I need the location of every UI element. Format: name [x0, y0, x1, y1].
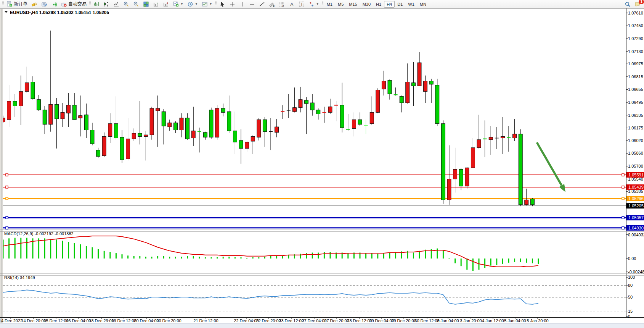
svg-text:4 Jan 12:00: 4 Jan 12:00	[482, 318, 504, 323]
indicator-list-icon	[202, 1, 208, 7]
svg-text:29 Dec 04:00: 29 Dec 04:00	[369, 318, 394, 323]
line-handle[interactable]	[622, 197, 624, 200]
svg-text:18 Dec 23:00: 18 Dec 23:00	[89, 318, 114, 323]
order-group: 新订单 自动交易	[2, 0, 88, 8]
svg-text:21 Dec 12:00: 21 Dec 12:00	[193, 318, 218, 323]
line-handle[interactable]	[622, 174, 624, 176]
svg-text:1.05591: 1.05591	[628, 173, 644, 177]
shapes-button[interactable]: ▼	[307, 0, 321, 8]
vline-button[interactable]	[237, 0, 247, 8]
chart-window[interactable]: 1.076101.074501.072901.071301.069751.068…	[0, 8, 644, 323]
line-handle[interactable]	[622, 186, 624, 188]
candles-chart-button[interactable]	[101, 0, 111, 8]
tile-windows-button[interactable]	[141, 0, 151, 8]
vline-icon	[239, 1, 245, 7]
trendline-icon	[259, 1, 265, 7]
svg-text:5 Jan 20:00: 5 Jan 20:00	[527, 318, 549, 323]
svg-text:1.06975: 1.06975	[628, 61, 643, 66]
svg-text:1.06020: 1.06020	[628, 138, 643, 143]
svg-text:22 Dec 20:00: 22 Dec 20:00	[256, 318, 281, 323]
svg-text:14 Dec 2022: 14 Dec 2022	[0, 318, 22, 323]
svg-text:0.004032: 0.004032	[628, 233, 644, 237]
eraser-button[interactable]	[29, 0, 39, 8]
svg-text:1.04930: 1.04930	[628, 226, 644, 230]
timeframe-clock-button[interactable]: ▼	[185, 0, 200, 8]
svg-text:30 Dec 12:00: 30 Dec 12:00	[414, 318, 439, 323]
tf-h1-button[interactable]: H1	[373, 1, 384, 8]
svg-text:F: F	[283, 5, 284, 7]
tf-m5-button[interactable]: M5	[335, 1, 346, 8]
cursor-button[interactable]	[217, 0, 227, 8]
trendline-button[interactable]	[257, 0, 267, 8]
hline-button[interactable]	[247, 0, 257, 8]
search-button[interactable]	[623, 0, 633, 8]
compose-button[interactable]	[39, 0, 49, 8]
line-handle[interactable]	[6, 227, 8, 229]
signal-icon	[51, 1, 57, 7]
line-chart-button[interactable]	[111, 0, 121, 8]
bars-chart-icon	[93, 1, 100, 7]
signal-button[interactable]	[49, 0, 59, 8]
line-handle[interactable]	[622, 217, 624, 219]
tf-m30-button[interactable]: M30	[360, 1, 373, 8]
channel-button[interactable]: E	[267, 0, 277, 8]
fibonacci-button[interactable]: F	[277, 0, 287, 8]
tf-mn-button[interactable]: MN	[417, 1, 429, 8]
tf-w1-button[interactable]: W1	[405, 1, 417, 8]
fibonacci-icon: F	[279, 1, 285, 7]
candles-chart-icon	[103, 1, 109, 7]
svg-text:1.07610: 1.07610	[628, 11, 643, 15]
svg-text:1.05296: 1.05296	[628, 196, 644, 201]
toolbar-grip	[322, 1, 323, 7]
tf-d1-button[interactable]: D1	[395, 1, 405, 8]
zoom-in-button[interactable]	[121, 0, 131, 8]
line-handle[interactable]	[6, 197, 8, 200]
price-label-1.05296: 1.05296	[626, 196, 644, 201]
text-icon: A	[289, 1, 295, 7]
tf-m1-button[interactable]: M1	[324, 1, 335, 8]
svg-text:EURUSD-,H4 1.05298 1.05302 1.: EURUSD-,H4 1.05298 1.05302 1.05151 1.052…	[10, 10, 109, 15]
text-button[interactable]: A	[287, 0, 297, 8]
line-handle[interactable]	[6, 186, 8, 188]
label-icon: T	[299, 1, 305, 7]
new-order-label: 新订单	[14, 1, 27, 7]
price-label-1.05591: 1.05591	[626, 172, 644, 178]
svg-text:1.06175: 1.06175	[628, 126, 643, 130]
shift-end-button[interactable]	[151, 0, 161, 8]
channel-icon: E	[269, 1, 275, 7]
svg-text:20 Dec 04:00: 20 Dec 04:00	[134, 318, 159, 323]
label-button[interactable]: T	[297, 0, 307, 8]
time-axis: 14 Dec 202214 Dec 20:0015 Dec 12:0016 De…	[0, 317, 549, 323]
line-handle[interactable]	[6, 174, 8, 176]
indicator-list-button[interactable]: ▼	[200, 0, 214, 8]
bars-chart-button[interactable]	[92, 0, 101, 8]
new-chart-button[interactable]: ▼	[171, 0, 185, 8]
svg-text:A: A	[290, 2, 294, 7]
notifications-button[interactable]: 1	[633, 0, 642, 8]
price-chart[interactable]: 1.076101.074501.072901.071301.069751.068…	[0, 8, 644, 323]
svg-text:15 Dec 12:00: 15 Dec 12:00	[43, 318, 68, 323]
tf-m15-button[interactable]: M15	[346, 1, 360, 8]
svg-text:15: 15	[628, 309, 633, 313]
svg-text:1.06495: 1.06495	[628, 100, 643, 105]
autotrade-button[interactable]: 自动交易	[59, 0, 88, 8]
crosshair-button[interactable]	[227, 0, 237, 8]
autotrade-icon	[61, 1, 67, 7]
autotrade-label: 自动交易	[68, 1, 87, 7]
tf-h4-button[interactable]: H4	[384, 1, 395, 8]
svg-text:100: 100	[628, 275, 635, 280]
svg-text:1.06655: 1.06655	[628, 87, 643, 92]
price-axis: 1.076101.074501.072901.071301.069751.068…	[626, 11, 643, 194]
line-handle[interactable]	[6, 217, 8, 219]
svg-text:0.00: 0.00	[628, 256, 636, 261]
line-handle[interactable]	[622, 227, 624, 229]
svg-text:1.07290: 1.07290	[628, 36, 643, 41]
chevron-down-icon: ▼	[316, 2, 319, 6]
svg-text:1.05439: 1.05439	[628, 185, 644, 189]
status-bar	[0, 323, 644, 328]
new-order-button[interactable]: 新订单	[5, 0, 29, 8]
svg-text:23 Dec 12:00: 23 Dec 12:00	[279, 318, 304, 323]
zoom-out-button[interactable]	[131, 0, 141, 8]
symbol-header[interactable]: EURUSD-,H4 1.05298 1.05302 1.05151 1.052…	[5, 10, 109, 15]
autoscroll-button[interactable]	[161, 0, 171, 8]
